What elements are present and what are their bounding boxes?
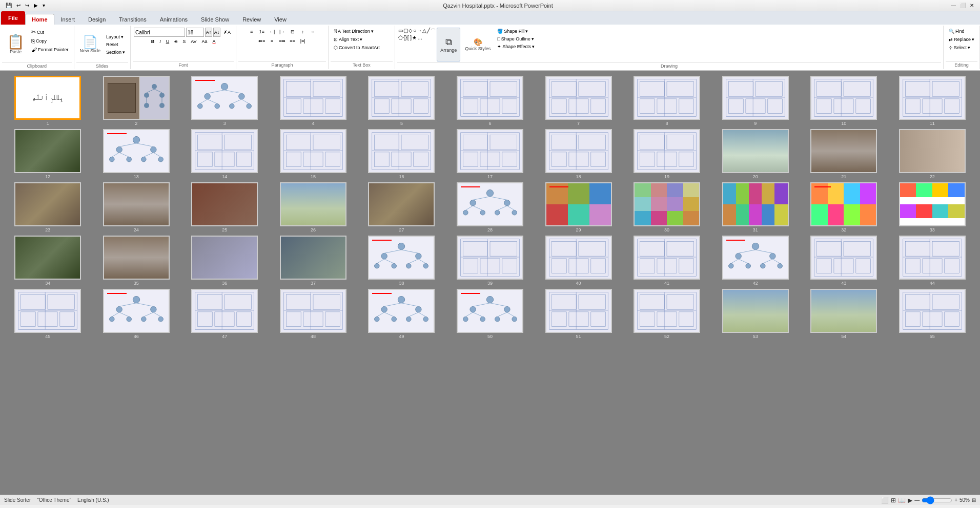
fit-window-button[interactable]: ⊞: [972, 497, 976, 503]
slide-item-24[interactable]: 24: [94, 182, 179, 232]
shape-bracket-icon[interactable]: {}: [403, 35, 407, 40]
shape-outline-button[interactable]: □ Shape Outline ▾: [495, 35, 537, 43]
new-slide-button[interactable]: 📄 New Slide: [77, 28, 104, 61]
slide-thumb-21[interactable]: [810, 129, 877, 173]
slide-item-23[interactable]: 23: [5, 182, 91, 232]
change-case-button[interactable]: Aa: [200, 38, 210, 45]
slide-item-11[interactable]: 11: [889, 76, 975, 126]
slide-item-9[interactable]: 9: [712, 76, 798, 126]
slide-item-52[interactable]: 52: [624, 289, 710, 339]
slide-item-55[interactable]: 55: [889, 289, 975, 339]
slide-thumb-46[interactable]: [103, 289, 170, 333]
shape-brace-icon[interactable]: [ ]: [407, 35, 412, 40]
decrease-indent-button[interactable]: ←|: [268, 28, 277, 36]
slide-thumb-37[interactable]: [280, 236, 346, 280]
slide-item-30[interactable]: 30: [624, 182, 710, 232]
slide-item-7[interactable]: 7: [536, 76, 621, 126]
shape-oval-icon[interactable]: ○: [413, 28, 416, 35]
slide-item-10[interactable]: 10: [801, 76, 887, 126]
tab-animations[interactable]: Animations: [153, 14, 194, 25]
tab-file[interactable]: File: [1, 11, 25, 25]
tab-view[interactable]: View: [268, 14, 293, 25]
slide-item-50[interactable]: 50: [447, 289, 533, 339]
font-name-input[interactable]: [134, 28, 185, 37]
slide-thumb-30[interactable]: [634, 182, 700, 226]
shape-rounded-icon[interactable]: ▢: [403, 28, 408, 35]
tab-review[interactable]: Review: [236, 14, 268, 25]
shape-more-icon[interactable]: …: [417, 35, 422, 40]
slide-item-3[interactable]: 3: [182, 76, 268, 126]
tab-slideshow[interactable]: Slide Show: [194, 14, 236, 25]
slide-thumb-5[interactable]: [368, 76, 435, 120]
shape-triangle-icon[interactable]: △: [422, 28, 426, 35]
increase-indent-button[interactable]: |→: [278, 28, 287, 36]
slide-item-54[interactable]: 54: [801, 289, 887, 339]
slide-thumb-24[interactable]: [103, 182, 170, 226]
slide-thumb-45[interactable]: [14, 289, 81, 333]
increase-font-size-button[interactable]: A↑: [205, 28, 212, 37]
slide-item-19[interactable]: 19: [624, 129, 710, 179]
reset-button[interactable]: Reset: [104, 41, 127, 48]
slide-item-1[interactable]: بِسۡمِ ٱللَّهِ1: [5, 76, 91, 126]
slide-thumb-43[interactable]: [810, 236, 877, 280]
slide-thumb-50[interactable]: [457, 289, 523, 333]
shape-curve-icon[interactable]: ⌒: [431, 28, 436, 35]
slide-item-8[interactable]: 8: [624, 76, 710, 126]
slide-thumb-38[interactable]: [368, 236, 435, 280]
slide-item-16[interactable]: 16: [359, 129, 444, 179]
cut-button[interactable]: ✂ Cut: [29, 28, 71, 36]
strikethrough-button[interactable]: S: [172, 38, 179, 45]
arrange-button[interactable]: ⧉ Arrange: [437, 28, 460, 61]
slide-item-45[interactable]: 45: [5, 289, 91, 339]
shape-diamond-icon[interactable]: ◇: [409, 28, 413, 35]
slide-item-31[interactable]: 31: [712, 182, 798, 232]
quick-access-toolbar[interactable]: 💾 ↩ ↪ ▶ ▾: [4, 2, 47, 9]
bold-button[interactable]: B: [149, 38, 157, 45]
slide-item-13[interactable]: 13: [94, 129, 179, 179]
slide-thumb-47[interactable]: [191, 289, 258, 333]
slide-thumb-33[interactable]: [899, 182, 966, 226]
slide-thumb-55[interactable]: [899, 289, 966, 333]
slide-thumb-51[interactable]: [545, 289, 612, 333]
window-controls[interactable]: — ⬜ ✕: [949, 2, 976, 10]
redo-icon[interactable]: ↪: [24, 2, 31, 9]
slide-item-33[interactable]: 33: [889, 182, 975, 232]
slide-item-2[interactable]: 2: [94, 76, 179, 126]
slide-item-32[interactable]: 32: [801, 182, 887, 232]
slide-item-6[interactable]: 6: [447, 76, 533, 126]
slide-item-18[interactable]: 18: [536, 129, 621, 179]
text-direction-button[interactable]: ⇅A Text Direction ▾: [332, 28, 376, 35]
slide-item-40[interactable]: 40: [536, 236, 621, 286]
slide-item-39[interactable]: 39: [447, 236, 533, 286]
slide-thumb-42[interactable]: [722, 236, 789, 280]
minimize-button[interactable]: —: [949, 2, 957, 10]
slide-thumb-10[interactable]: [810, 76, 877, 120]
slide-thumb-22[interactable]: [899, 129, 966, 173]
undo-icon[interactable]: ↩: [15, 2, 22, 9]
slide-thumb-4[interactable]: [280, 76, 346, 120]
slide-thumb-41[interactable]: [634, 236, 700, 280]
shape-line-icon[interactable]: ╱: [427, 28, 430, 35]
slide-item-37[interactable]: 37: [271, 236, 356, 286]
slide-item-5[interactable]: 5: [359, 76, 444, 126]
slide-thumb-16[interactable]: [368, 129, 435, 173]
maximize-button[interactable]: ⬜: [958, 2, 967, 10]
slide-thumb-36[interactable]: [191, 236, 258, 280]
presentation-icon[interactable]: ▶: [32, 2, 39, 9]
slide-item-41[interactable]: 41: [624, 236, 710, 286]
slide-item-36[interactable]: 36: [182, 236, 268, 286]
slide-item-43[interactable]: 43: [801, 236, 887, 286]
zoom-out-button[interactable]: —: [914, 497, 920, 503]
align-left-button[interactable]: ⬅≡: [257, 37, 267, 45]
char-spacing-button[interactable]: AV: [189, 38, 198, 45]
close-button[interactable]: ✕: [968, 2, 976, 10]
font-size-input[interactable]: [186, 28, 204, 37]
slide-thumb-18[interactable]: [545, 129, 612, 173]
slide-item-34[interactable]: 34: [5, 236, 91, 286]
slide-thumb-20[interactable]: [722, 129, 789, 173]
slide-thumb-2[interactable]: [103, 76, 170, 120]
numbering-button[interactable]: 1≡: [257, 28, 267, 36]
shape-arrow-icon[interactable]: →: [417, 28, 422, 35]
tab-design[interactable]: Design: [81, 14, 112, 25]
slide-item-48[interactable]: 48: [271, 289, 356, 339]
